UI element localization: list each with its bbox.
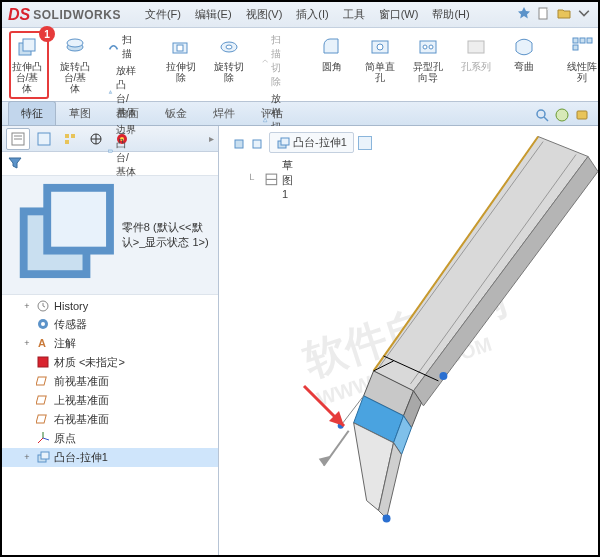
app-name: SOLIDWORKS bbox=[33, 8, 121, 22]
sidebar-tab-config[interactable] bbox=[58, 128, 82, 150]
tree-extrude1[interactable]: +凸台-拉伸1 bbox=[2, 448, 218, 467]
hole-simple-button[interactable]: 简单直孔 bbox=[362, 32, 398, 86]
hole-series-button[interactable]: 孔系列 bbox=[458, 32, 494, 75]
svg-line-46 bbox=[43, 438, 49, 440]
appearance-icon[interactable] bbox=[554, 107, 570, 125]
svg-line-58 bbox=[410, 154, 576, 383]
svg-rect-5 bbox=[109, 150, 112, 152]
command-tabs: 特征 草图 曲面 钣金 焊件 评估 bbox=[2, 102, 598, 126]
menu-edit[interactable]: 编辑(E) bbox=[189, 4, 238, 25]
boundary-boss-button[interactable]: 边界凸台/基体 bbox=[105, 122, 141, 180]
svg-rect-24 bbox=[577, 111, 587, 119]
wrap-button[interactable]: 弯曲 bbox=[506, 32, 542, 75]
svg-line-44 bbox=[38, 438, 43, 443]
revolve-cut-button[interactable]: 旋转切除 bbox=[211, 32, 247, 86]
model-canvas bbox=[219, 126, 598, 556]
svg-marker-70 bbox=[319, 456, 331, 466]
tab-sketch[interactable]: 草图 bbox=[56, 101, 104, 125]
sidebar-collapse-icon[interactable]: ▸ bbox=[209, 133, 214, 144]
logo-prefix: DS bbox=[8, 6, 30, 24]
tree-history[interactable]: +History bbox=[2, 297, 218, 315]
svg-rect-48 bbox=[41, 452, 49, 459]
svg-rect-2 bbox=[23, 39, 35, 51]
menu-view[interactable]: 视图(V) bbox=[240, 4, 289, 25]
svg-point-12 bbox=[377, 44, 383, 50]
tab-weldment[interactable]: 焊件 bbox=[200, 101, 248, 125]
menu-window[interactable]: 窗口(W) bbox=[373, 4, 425, 25]
svg-rect-17 bbox=[573, 38, 578, 43]
tree-front-plane[interactable]: 前视基准面 bbox=[2, 372, 218, 391]
tree-annotations[interactable]: +A注解 bbox=[2, 334, 218, 353]
open-icon[interactable] bbox=[556, 6, 572, 24]
svg-text:A: A bbox=[38, 337, 46, 349]
hole-wizard-button[interactable]: 异型孔向导 bbox=[410, 32, 446, 86]
svg-point-73 bbox=[338, 423, 344, 429]
feature-tree: +History 传感器 +A注解 材质 <未指定> 前视基准面 上视基准面 右… bbox=[2, 295, 218, 556]
annotation-badge: 1 bbox=[39, 26, 55, 42]
menu-file[interactable]: 文件(F) bbox=[139, 4, 187, 25]
fillet-button[interactable]: 圆角 bbox=[314, 32, 350, 75]
feature-manager: ▸ 零件8 (默认<<默认>_显示状态 1>) +History 传感器 +A注… bbox=[2, 126, 219, 556]
sidebar-tab-tree[interactable] bbox=[6, 128, 30, 150]
work-area: ▸ 零件8 (默认<<默认>_显示状态 1>) +History 传感器 +A注… bbox=[2, 126, 598, 556]
ribbon: 拉伸凸台/基体 旋转凸台/基体 扫描 放样凸台/基体 边界凸台/基体 拉伸切除 … bbox=[2, 28, 598, 102]
svg-point-72 bbox=[383, 515, 391, 523]
sweep-button[interactable]: 扫描 bbox=[105, 32, 141, 62]
loft-boss-button[interactable]: 放样凸台/基体 bbox=[105, 63, 141, 121]
svg-point-23 bbox=[556, 109, 568, 121]
dropdown-icon[interactable] bbox=[576, 6, 592, 24]
tree-material[interactable]: 材质 <未指定> bbox=[2, 353, 218, 372]
svg-rect-20 bbox=[573, 45, 578, 50]
svg-point-14 bbox=[423, 45, 427, 49]
tree-top-plane[interactable]: 上视基准面 bbox=[2, 391, 218, 410]
search-icon[interactable] bbox=[534, 107, 550, 125]
tab-features[interactable]: 特征 bbox=[8, 101, 56, 125]
svg-point-21 bbox=[537, 110, 545, 118]
svg-rect-18 bbox=[580, 38, 585, 43]
menu-insert[interactable]: 插入(I) bbox=[290, 4, 334, 25]
svg-point-9 bbox=[226, 45, 232, 49]
tab-sheetmetal[interactable]: 钣金 bbox=[152, 101, 200, 125]
svg-rect-19 bbox=[587, 38, 592, 43]
svg-rect-28 bbox=[38, 133, 50, 145]
tree-right-plane[interactable]: 右视基准面 bbox=[2, 410, 218, 429]
tree-root[interactable]: 零件8 (默认<<默认>_显示状态 1>) bbox=[2, 176, 218, 295]
new-doc-icon[interactable] bbox=[536, 6, 552, 24]
title-bar: DS SOLIDWORKS 文件(F) 编辑(E) 视图(V) 插入(I) 工具… bbox=[2, 2, 598, 28]
sweep-cut-button[interactable]: 扫描切除 bbox=[259, 32, 292, 90]
sidebar-tab-property[interactable] bbox=[32, 128, 56, 150]
svg-marker-55 bbox=[374, 137, 588, 391]
app-logo: DS SOLIDWORKS bbox=[8, 6, 121, 24]
tree-origin[interactable]: 原点 bbox=[2, 429, 218, 448]
svg-rect-31 bbox=[65, 140, 69, 144]
revolve-boss-button[interactable]: 旋转凸台/基体 bbox=[57, 32, 93, 97]
filter-icon[interactable] bbox=[6, 154, 24, 174]
svg-line-69 bbox=[324, 431, 349, 466]
display-icon[interactable] bbox=[574, 107, 590, 125]
extrude-boss-button[interactable]: 拉伸凸台/基体 bbox=[9, 32, 45, 97]
svg-rect-43 bbox=[38, 357, 48, 367]
svg-rect-29 bbox=[65, 134, 69, 138]
menu-bar: 文件(F) 编辑(E) 视图(V) 插入(I) 工具 窗口(W) 帮助(H) bbox=[139, 4, 476, 25]
svg-rect-16 bbox=[468, 41, 484, 53]
svg-rect-0 bbox=[539, 8, 547, 19]
menu-help[interactable]: 帮助(H) bbox=[426, 4, 475, 25]
star-icon[interactable] bbox=[516, 6, 532, 24]
svg-point-15 bbox=[429, 45, 433, 49]
svg-rect-7 bbox=[177, 45, 183, 51]
svg-point-71 bbox=[439, 372, 447, 380]
svg-point-4 bbox=[67, 39, 83, 47]
tree-sensors[interactable]: 传感器 bbox=[2, 315, 218, 334]
menu-tools[interactable]: 工具 bbox=[337, 4, 371, 25]
svg-line-22 bbox=[544, 117, 548, 121]
extrude-cut-button[interactable]: 拉伸切除 bbox=[163, 32, 199, 86]
viewport[interactable]: 凸台-拉伸1 └ 草图1 软件自学网 WWW.RJZXW.COM bbox=[219, 126, 598, 556]
linear-pattern-button[interactable]: 线性阵列 bbox=[564, 32, 600, 86]
svg-rect-38 bbox=[47, 188, 110, 251]
svg-rect-30 bbox=[71, 134, 75, 138]
svg-rect-13 bbox=[420, 41, 436, 53]
quick-toolbar bbox=[516, 6, 592, 24]
svg-point-41 bbox=[41, 322, 45, 326]
